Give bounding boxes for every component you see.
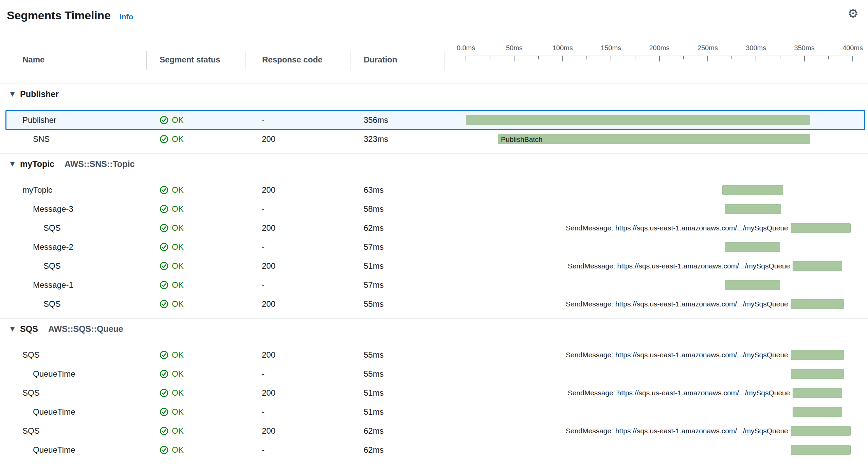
segment-bar[interactable] [791,223,851,233]
timeline-cell: SendMessage: https://sqs.us-east-1.amazo… [445,383,868,402]
segment-status: OK [146,388,246,398]
response-code: - [246,280,350,290]
segment-row[interactable]: QueueTime OK - 51ms [0,402,868,421]
timeline-axis: 0.0ms50ms100ms150ms200ms250ms300ms350ms4… [466,44,853,62]
segment-status: OK [146,223,246,233]
timeline-cell [445,238,868,257]
status-ok-icon [160,351,168,359]
duration-value: 62ms [350,223,445,233]
status-ok-icon [160,281,168,289]
segment-name: Message-1 [0,280,146,290]
segment-row[interactable]: QueueTime OK - 62ms [0,440,868,459]
timeline-cell [445,402,868,421]
segment-bar[interactable] [791,426,851,436]
segment-status: OK [146,426,246,436]
axis-tick [683,56,684,59]
column-divider [146,51,147,70]
group-header[interactable]: ▼ Publisher [0,83,868,104]
response-code: 200 [246,388,350,398]
collapse-triangle-icon[interactable]: ▼ [10,91,15,97]
status-label: OK [172,242,184,252]
segment-bar[interactable] [791,350,844,360]
segment-row[interactable]: SQS OK 200 62ms SendMessage: https://sqs… [0,421,868,440]
segment-status: OK [146,204,246,214]
timeline-cell [445,181,868,200]
status-ok-icon [160,300,168,308]
segment-bar[interactable] [725,280,780,290]
segment-status: OK [146,299,246,309]
response-code: - [246,242,350,252]
collapse-triangle-icon[interactable]: ▼ [10,161,15,167]
segment-bar[interactable] [793,261,842,271]
axis-tick-label: 0.0ms [457,44,475,52]
segment-row[interactable]: myTopic OK 200 63ms [0,181,868,200]
segment-bar[interactable] [791,445,851,455]
response-code: 200 [246,299,350,309]
duration-value: 55ms [350,369,445,379]
collapse-triangle-icon[interactable]: ▼ [10,325,15,332]
status-label: OK [172,115,184,125]
segment-bar[interactable] [793,388,842,398]
axis-tick [659,56,660,61]
segment-row[interactable]: SNS OK 200 323ms PublishBatch [0,130,868,149]
bar-prefix-label: SendMessage: https://sqs.us-east-1.amazo… [566,300,788,308]
segment-bar[interactable] [725,204,781,214]
timeline-cell: SendMessage: https://sqs.us-east-1.amazo… [445,345,868,364]
duration-value: 55ms [350,350,445,360]
segment-status: OK [146,445,246,455]
axis-tick [780,56,780,59]
duration-value: 356ms [350,115,445,125]
duration-value: 51ms [350,407,445,417]
timeline-cell: SendMessage: https://sqs.us-east-1.amazo… [445,219,868,238]
segment-group: ▼ Publisher Publisher OK - 356ms SNS OK [0,83,868,149]
table-header: Name Segment status Response code Durati… [0,24,868,79]
group-header[interactable]: ▼ SQS AWS::SQS::Queue [0,318,868,339]
segment-row[interactable]: Message-2 OK - 57ms [0,238,868,257]
segment-bar[interactable] [466,115,810,125]
segment-bar[interactable] [725,242,780,252]
segment-row[interactable]: SQS OK 200 62ms SendMessage: https://sqs… [0,219,868,238]
segment-name: Message-3 [0,204,146,214]
segment-row[interactable]: Publisher OK - 356ms [0,111,868,130]
segment-bar[interactable] [791,299,844,309]
bar-prefix-label: SendMessage: https://sqs.us-east-1.amazo… [568,389,790,397]
column-divider [445,51,445,70]
segment-row[interactable]: QueueTime OK - 55ms [0,364,868,383]
status-ok-icon [160,262,168,270]
timeline-cell [445,440,868,459]
axis-tick [538,56,539,59]
segment-row[interactable]: SQS OK 200 51ms SendMessage: https://sqs… [0,383,868,402]
duration-value: 55ms [350,299,445,309]
timeline-cell: SendMessage: https://sqs.us-east-1.amazo… [445,257,868,276]
duration-value: 57ms [350,242,445,252]
segment-bar[interactable] [793,407,842,417]
segment-row[interactable]: Message-3 OK - 58ms [0,200,868,219]
page-header: Segments Timeline Info [0,0,868,24]
info-link[interactable]: Info [120,13,133,21]
segment-status: OK [146,369,246,379]
timeline-cell [445,276,868,295]
group-header[interactable]: ▼ myTopic AWS::SNS::Topic [0,153,868,174]
segment-name: SQS [0,426,146,436]
duration-value: 57ms [350,280,445,290]
segment-row[interactable]: SQS OK 200 55ms SendMessage: https://sqs… [0,295,868,314]
status-label: OK [172,280,184,290]
status-ok-icon [160,243,168,251]
segment-name: SQS [0,261,146,271]
segment-status: OK [146,185,246,195]
axis-tick-label: 100ms [553,44,573,52]
axis-tick [562,56,563,61]
settings-button[interactable]: ⚙ [846,6,860,21]
segment-bar[interactable]: PublishBatch [498,134,810,144]
segment-row[interactable]: SQS OK 200 51ms SendMessage: https://sqs… [0,257,868,276]
group-title: Publisher [20,89,59,99]
segment-bar[interactable] [791,369,844,379]
segment-row[interactable]: Message-1 OK - 57ms [0,276,868,295]
bar-prefix-label: SendMessage: https://sqs.us-east-1.amazo… [566,351,788,359]
timeline-cell: SendMessage: https://sqs.us-east-1.amazo… [445,295,868,314]
bar-prefix-label: SendMessage: https://sqs.us-east-1.amazo… [566,427,788,435]
segment-row[interactable]: SQS OK 200 55ms SendMessage: https://sqs… [0,345,868,364]
segment-bar[interactable] [722,185,783,195]
axis-tick-label: 250ms [698,44,718,52]
segment-name: SQS [0,299,146,309]
